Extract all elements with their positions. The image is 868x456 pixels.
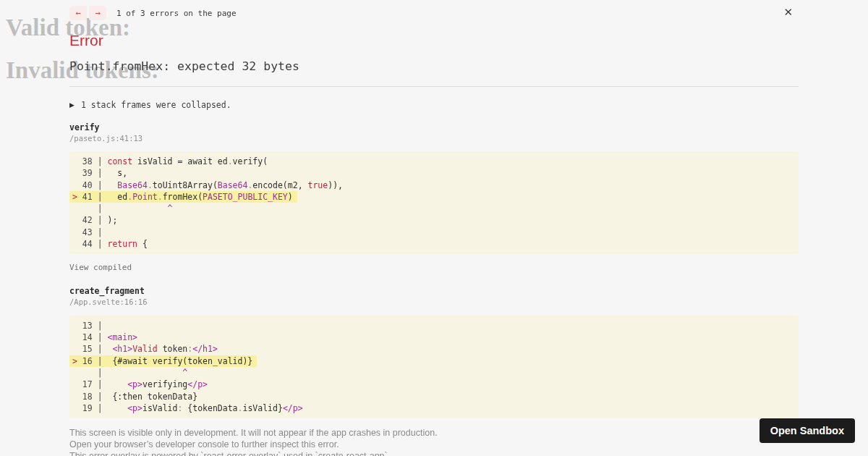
stack-frame-source-path: /App.svelte:16:16 [69, 297, 799, 307]
error-counter: 1 of 3 errors on the page [116, 9, 237, 18]
arrow-left-icon: ← [75, 8, 80, 18]
overlay-footer: This screen is visible only in developme… [69, 427, 799, 456]
error-overlay: ← → 1 of 3 errors on the page ✕ Error Po… [0, 0, 868, 456]
close-overlay-button[interactable]: ✕ [782, 6, 794, 20]
arrow-right-icon: → [95, 8, 100, 18]
next-error-button[interactable]: → [89, 6, 106, 20]
error-message: Point.fromHex: expected 32 bytes [69, 59, 799, 74]
footer-line-powered-by: This error overlay is powered by `react-… [69, 450, 799, 456]
error-nav-row: ← → 1 of 3 errors on the page [69, 6, 799, 20]
open-sandbox-button[interactable]: Open Sandbox [760, 418, 855, 443]
previous-error-button[interactable]: ← [69, 6, 87, 20]
close-icon: ✕ [783, 6, 793, 19]
code-frame-app-svelte: 13 | 14 | <main> 15 | <h1>Valid token:</… [69, 316, 799, 418]
footer-line-dev-only: This screen is visible only in developme… [69, 427, 799, 439]
collapsed-frames-toggle[interactable]: ▶ 1 stack frames were collapsed. [69, 99, 231, 110]
stack-frame-function-name: verify [69, 122, 799, 132]
footer-line-console-hint: Open your browser’s developer console to… [69, 439, 799, 450]
collapsed-frames-label: 1 stack frames were collapsed. [81, 100, 231, 110]
header-divider [69, 86, 799, 87]
stack-frame-source-path: /paseto.js:41:13 [69, 134, 799, 143]
stack-frame-function-name: create_fragment [69, 286, 799, 296]
error-title: Error [69, 31, 799, 49]
expand-arrow-icon: ▶ [69, 101, 75, 109]
view-compiled-link[interactable]: View compiled [69, 263, 132, 272]
error-overlay-content: ← → 1 of 3 errors on the page ✕ Error Po… [69, 0, 799, 456]
code-frame-paseto: 38 | const isValid = await ed.verify( 39… [69, 151, 799, 254]
